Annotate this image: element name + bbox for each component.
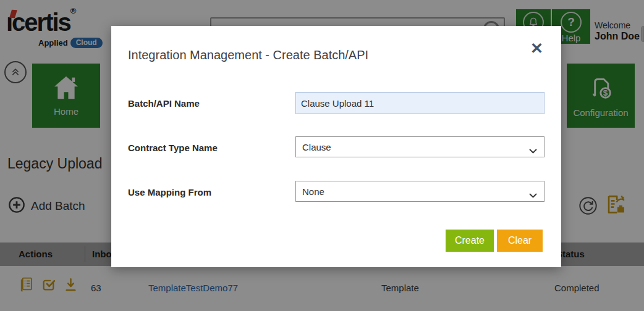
chevron-down-icon xyxy=(529,145,537,156)
contract-type-selected-value: Clause xyxy=(302,142,331,152)
use-mapping-selected-value: None xyxy=(302,186,324,197)
create-button[interactable]: Create xyxy=(446,230,494,252)
modal-title: Integration Management - Create Batch/AP… xyxy=(128,48,368,62)
use-mapping-from-label: Use Mapping From xyxy=(128,187,211,197)
contract-type-name-label: Contract Type Name xyxy=(128,143,218,153)
use-mapping-from-select[interactable]: None xyxy=(295,181,544,202)
batch-api-name-input[interactable] xyxy=(295,92,544,114)
chevron-down-icon xyxy=(529,189,537,200)
app-root: ıcertis® Applied Cloud ? Help Welcome Jo… xyxy=(0,0,644,311)
batch-api-name-label: Batch/API Name xyxy=(128,98,200,109)
contract-type-select[interactable]: Clause xyxy=(295,136,544,157)
close-icon[interactable]: ✕ xyxy=(530,41,543,56)
clear-button[interactable]: Clear xyxy=(497,230,543,252)
create-batch-modal: Integration Management - Create Batch/AP… xyxy=(111,26,561,267)
